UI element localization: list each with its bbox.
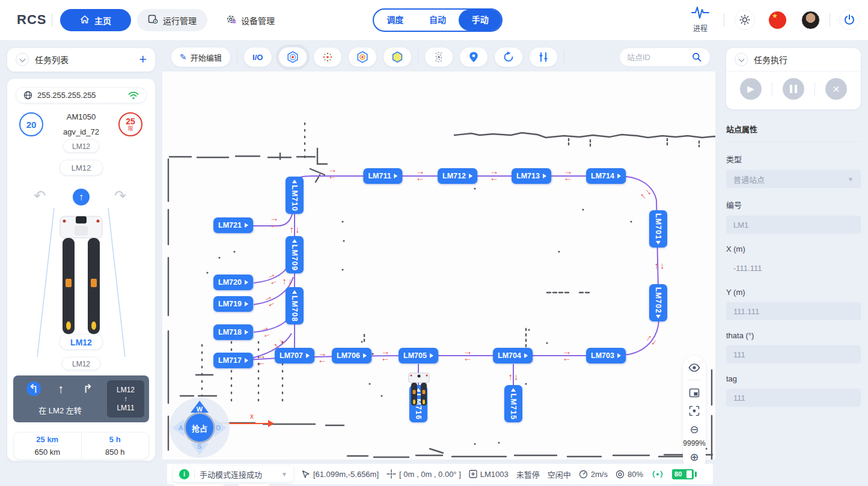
- joystick-down-button[interactable]: S: [191, 443, 209, 455]
- joystick-right-button[interactable]: D: [215, 419, 227, 437]
- cursor-position-item: [61.099m,-5.656m]: [301, 470, 379, 479]
- pencil-icon: ✎: [180, 52, 187, 62]
- field-value[interactable]: 普通站点▼: [726, 170, 861, 188]
- center-focus-icon[interactable]: [689, 406, 700, 416]
- turn-right-icon[interactable]: ↱: [81, 381, 95, 396]
- gear-icon: [226, 14, 236, 26]
- field-value[interactable]: 111: [726, 389, 861, 407]
- seize-control-button[interactable]: 抢占: [184, 412, 215, 443]
- robot-stats: 25 km650 km5 h850 h: [13, 432, 149, 460]
- station-LM709[interactable]: LM709: [286, 236, 304, 273]
- lidar-icon: [432, 50, 445, 64]
- speedometer-icon: [579, 470, 588, 479]
- station-LM703[interactable]: LM703: [586, 348, 626, 363]
- map-column: ✎ 开始编辑 I/O: [162, 40, 719, 486]
- cancel-task-button[interactable]: ×: [825, 78, 847, 100]
- field-label: tag: [726, 374, 861, 383]
- plus-square-icon: [469, 470, 477, 478]
- speed-value: 2m/s: [591, 470, 608, 479]
- station-LM702[interactable]: LM702: [649, 284, 667, 321]
- station-LM707[interactable]: LM707: [275, 348, 314, 363]
- go-straight-button[interactable]: ↑: [73, 189, 90, 205]
- turn-left-icon[interactable]: ↶: [34, 189, 46, 203]
- eye-icon[interactable]: [688, 363, 700, 372]
- user-avatar[interactable]: [801, 11, 820, 29]
- station-LM719[interactable]: LM719: [213, 296, 253, 312]
- task-list-title: 任务列表: [35, 53, 133, 65]
- mode-auto[interactable]: 自动: [417, 10, 459, 31]
- station-LM706[interactable]: LM706: [332, 348, 371, 363]
- minimap-icon[interactable]: [689, 388, 700, 398]
- zoom-out-button[interactable]: ⊖: [689, 424, 698, 435]
- station-search-input[interactable]: [627, 53, 687, 62]
- field-label: 编号: [726, 199, 861, 210]
- field-value[interactable]: 111.111: [726, 302, 861, 320]
- field-value[interactable]: 111: [726, 345, 861, 363]
- nav-device-management[interactable]: 设备管理: [215, 9, 286, 31]
- layer-stations-button[interactable]: [278, 47, 307, 67]
- connection-message-dropdown[interactable]: i 手动模式连接成功 ▼: [173, 466, 293, 482]
- station-LM714[interactable]: LM714: [586, 168, 626, 184]
- layer-laser-points-button[interactable]: [313, 47, 342, 67]
- nav-home[interactable]: 主页: [60, 9, 131, 31]
- prop-field: Y (m)111.111: [726, 288, 861, 320]
- io-button[interactable]: I/O: [243, 47, 272, 67]
- start-edit-button[interactable]: ✎ 开始编辑: [171, 47, 231, 67]
- search-icon[interactable]: [692, 52, 701, 62]
- joystick-right-label: D: [216, 424, 221, 431]
- station-LM710[interactable]: LM710: [286, 177, 304, 214]
- limit-value: 25: [126, 117, 135, 126]
- layer-target-button[interactable]: [348, 47, 377, 67]
- power-button[interactable]: [839, 10, 860, 30]
- station-LM713[interactable]: LM713: [512, 168, 551, 184]
- laser-dots-icon: [321, 50, 334, 64]
- mode-manual[interactable]: 手动: [459, 10, 501, 31]
- joystick-up-label: W: [197, 406, 203, 413]
- waveform-icon: [691, 6, 709, 19]
- map-canvas[interactable]: →←→←→←→←→←↑↓→←→←→←→←→←→←↑↓↑↓→←→←→←→←→←↑↓…: [162, 71, 715, 460]
- theme-toggle-button[interactable]: [735, 10, 755, 30]
- process-button[interactable]: 进程: [687, 6, 714, 33]
- zoom-in-button[interactable]: ⊕: [689, 452, 698, 463]
- station-props-title: 站点属性: [726, 123, 861, 142]
- add-task-button[interactable]: +: [139, 53, 147, 65]
- app-logo: RCS: [17, 12, 46, 28]
- mode-switch: 调度 自动 手动: [373, 8, 503, 32]
- station-LM718[interactable]: LM718: [213, 324, 253, 340]
- station-LM715[interactable]: LM715: [504, 385, 522, 422]
- station-LM705[interactable]: LM705: [399, 348, 438, 363]
- turn-right-icon[interactable]: ↷: [114, 189, 126, 203]
- station-LM717[interactable]: LM717: [213, 353, 253, 368]
- pause-task-button[interactable]: [783, 78, 804, 100]
- collapse-chevron-icon[interactable]: [16, 53, 29, 66]
- locate-button[interactable]: [459, 47, 488, 67]
- load-value: 80%: [628, 470, 643, 479]
- station-LM711[interactable]: LM711: [363, 168, 402, 184]
- cursor-position: [61.099m,-5.656m]: [313, 470, 379, 479]
- turn-left-active-icon[interactable]: ↰: [26, 381, 41, 396]
- language-flag-button[interactable]: ★: [769, 11, 786, 29]
- station-LM708[interactable]: LM708: [286, 287, 304, 324]
- nav-run-management[interactable]: 运行管理: [137, 9, 207, 31]
- joystick-up-button[interactable]: W: [191, 401, 209, 413]
- map-robot[interactable]: [408, 372, 430, 407]
- play-task-button[interactable]: ▶: [740, 78, 762, 100]
- station-LM720[interactable]: LM720: [213, 275, 253, 290]
- lidar-button[interactable]: [424, 47, 453, 67]
- station-LM721[interactable]: LM721: [213, 217, 253, 233]
- field-value[interactable]: LM1: [726, 216, 861, 234]
- collapse-chevron-icon[interactable]: [735, 53, 748, 66]
- station-LM701[interactable]: LM701: [649, 210, 667, 248]
- hexagon-target-icon: [356, 50, 369, 64]
- straight-icon[interactable]: ↑: [53, 381, 68, 396]
- stat-value: 5 h: [109, 435, 121, 446]
- layer-area-button[interactable]: [383, 47, 412, 67]
- joystick-left-button[interactable]: A: [173, 419, 185, 437]
- filters-button[interactable]: [529, 47, 558, 67]
- mode-dispatch[interactable]: 调度: [374, 10, 417, 31]
- field-label: thata (°): [726, 331, 861, 340]
- station-LM704[interactable]: LM704: [493, 348, 533, 363]
- station-LM712[interactable]: LM712: [438, 168, 477, 184]
- refresh-button[interactable]: [494, 47, 523, 67]
- robot-ip-field[interactable]: 255.255.255.255: [16, 87, 147, 103]
